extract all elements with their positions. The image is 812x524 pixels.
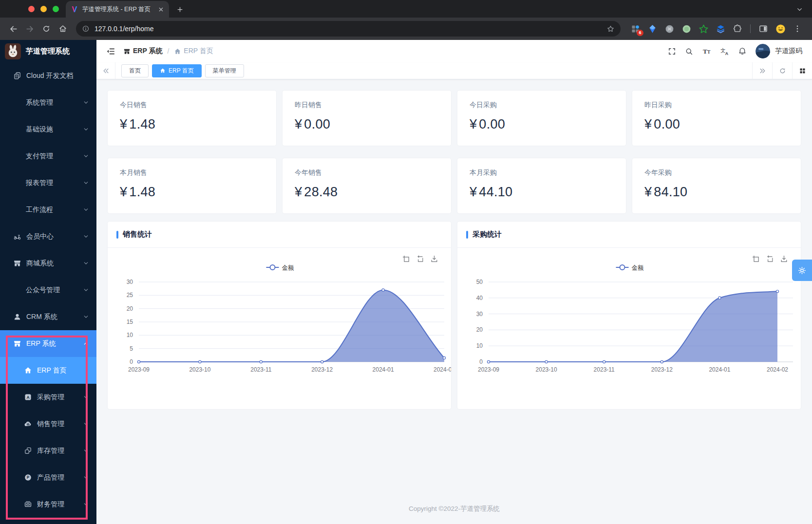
sidebar-item-product[interactable]: P产品管理 — [0, 464, 96, 491]
language-icon[interactable]: 文A — [720, 47, 729, 56]
sidebar-item-finance[interactable]: 财务管理 — [0, 491, 96, 518]
sidebar-item-erp-home[interactable]: ERP 首页 — [0, 357, 96, 384]
settings-gear-button[interactable] — [792, 260, 812, 281]
storefront-icon — [123, 48, 131, 55]
breadcrumb-separator: / — [167, 47, 169, 55]
stat-amount: 84.10 — [654, 185, 687, 199]
svg-text:A: A — [725, 51, 729, 56]
window-close-button[interactable] — [28, 6, 35, 12]
currency-symbol: ¥ — [120, 117, 127, 131]
main-panel: ERP 系统/ERP 首页 TT 文A 芋道源码 首页ERP 首页菜单管理 — [96, 40, 812, 524]
sidebar-item-system[interactable]: 系统管理 — [0, 89, 96, 116]
home-icon[interactable] — [55, 20, 71, 37]
browser-tab[interactable]: 芋道管理系统 - ERP 首页 — [66, 1, 169, 18]
window-minimize-button[interactable] — [40, 6, 47, 12]
chevron-down-icon — [83, 206, 89, 213]
fullscreen-icon[interactable] — [668, 47, 676, 56]
sidebar-item-mall[interactable]: 商城系统 — [0, 250, 96, 277]
rabbit-logo — [5, 43, 21, 59]
forward-icon[interactable] — [21, 20, 38, 37]
sidebar-item-purchase[interactable]: A采购管理 — [0, 384, 96, 411]
font-size-icon[interactable]: TT — [702, 47, 711, 56]
tab-menu[interactable]: 菜单管理 — [205, 64, 244, 77]
sidebar-item-crm[interactable]: CRM 系统 — [0, 303, 96, 330]
sidebar-item-sale[interactable]: 销售管理 — [0, 411, 96, 437]
search-icon[interactable] — [685, 47, 693, 56]
green-star-icon[interactable] — [698, 23, 709, 35]
bell-icon[interactable] — [738, 47, 747, 56]
x-tick-label: 2024-02 — [767, 366, 788, 373]
sidebar-item-workflow[interactable]: 工作流程 — [0, 196, 96, 223]
username[interactable]: 芋道源码 — [775, 47, 802, 56]
tab-home[interactable]: 首页 — [121, 64, 149, 77]
menu-dots-icon[interactable] — [792, 23, 803, 35]
tab-search-chevron-icon[interactable] — [793, 2, 806, 16]
x-tick-label: 2024-01 — [373, 366, 394, 373]
purchase-chart-card: 采购统计 010203040502023-092023-102023-11202… — [457, 222, 801, 409]
sidebar-item-erp[interactable]: ERP 系统 — [0, 330, 96, 357]
toolbox-restore-icon[interactable] — [766, 255, 774, 263]
chart-legend[interactable]: 金额 — [266, 264, 295, 271]
stat-value: ¥1.48 — [120, 117, 264, 132]
sidebar-item-report[interactable]: 报表管理 — [0, 169, 96, 196]
breadcrumb-item-0[interactable]: ERP 系统 — [123, 47, 162, 56]
reload-icon[interactable] — [38, 20, 55, 37]
data-point-marker — [321, 360, 323, 363]
title-accent-bar — [466, 231, 468, 239]
data-point-marker — [603, 360, 605, 363]
sidebar-item-label: ERP 首页 — [37, 366, 66, 375]
chart-legend[interactable]: 金额 — [616, 264, 644, 271]
toolbox-save-image-icon[interactable] — [430, 255, 438, 263]
screenshot-root: { "colors": { "accent_blue": "#409eff", … — [0, 0, 812, 524]
sidebar-item-member[interactable]: 会员中心 — [0, 223, 96, 250]
kite-icon[interactable] — [646, 23, 658, 35]
toolbox-restore-icon[interactable] — [416, 255, 424, 263]
stat-label: 今日采购 — [470, 101, 614, 110]
stat-amount: 0.00 — [654, 117, 680, 131]
breadcrumb-item-1[interactable]: ERP 首页 — [174, 47, 213, 56]
chevron-down-icon — [83, 474, 89, 481]
sidebar-item-infra[interactable]: 基础设施 — [0, 116, 96, 143]
extensions-grid-badge-icon[interactable]: 6 — [629, 23, 641, 35]
green-circle-icon[interactable] — [680, 23, 692, 35]
refresh-tab-icon[interactable] — [772, 62, 792, 79]
purchase-chart-header: 采购统计 — [457, 222, 801, 248]
gray-circle-icon[interactable] — [663, 23, 675, 35]
scooter-icon — [13, 232, 21, 241]
browser-toolbar: 127.0.0.1/erp/home 6 — [0, 18, 812, 40]
tabs-scroll-right-icon[interactable] — [752, 62, 772, 79]
tab-close-icon[interactable] — [158, 6, 164, 13]
sidebar-item-cloud-doc[interactable]: Cloud 开发文档 — [0, 62, 96, 89]
sidebar-item-payment[interactable]: 支付管理 — [0, 143, 96, 169]
puzzle-icon[interactable] — [732, 23, 743, 35]
avatar[interactable] — [755, 44, 770, 58]
chevron-up-icon — [83, 340, 89, 347]
toolbox-data-zoom-icon[interactable] — [402, 255, 410, 263]
svg-text:A: A — [26, 395, 29, 400]
new-tab-icon[interactable] — [173, 2, 187, 16]
layers-icon[interactable] — [715, 23, 726, 35]
back-icon[interactable] — [5, 20, 21, 37]
address-bar[interactable]: 127.0.0.1/erp/home — [76, 21, 621, 37]
sidebar-item-label: 销售管理 — [37, 420, 64, 429]
profile-emoji-icon[interactable] — [774, 23, 786, 35]
stat-amount: 44.10 — [479, 185, 512, 199]
stat-card-month-purchase: 本月采购¥44.10 — [457, 158, 626, 213]
tabs-scroll-left-icon[interactable] — [96, 62, 115, 79]
side-panel-icon[interactable] — [757, 23, 769, 35]
tab-erp-home[interactable]: ERP 首页 — [152, 64, 202, 77]
sidebar-logo-row[interactable]: 芋道管理系统 — [0, 40, 96, 62]
window-zoom-button[interactable] — [53, 6, 59, 12]
data-point-marker — [487, 360, 490, 363]
sidebar-item-mp[interactable]: 公众号管理 — [0, 277, 96, 303]
toolbox-data-zoom-icon[interactable] — [752, 255, 760, 263]
toolbox-save-image-icon[interactable] — [780, 255, 788, 263]
sidebar-item-stock[interactable]: 库存管理 — [0, 437, 96, 464]
fold-icon[interactable] — [106, 47, 115, 56]
info-icon[interactable] — [82, 25, 90, 33]
bookmark-star-icon[interactable] — [606, 25, 615, 33]
layout-grid-icon[interactable] — [792, 62, 812, 79]
chart-toolbox — [402, 255, 438, 263]
sidebar-item-label: 系统管理 — [26, 98, 53, 107]
purchase-chart-title: 采购统计 — [472, 230, 502, 239]
